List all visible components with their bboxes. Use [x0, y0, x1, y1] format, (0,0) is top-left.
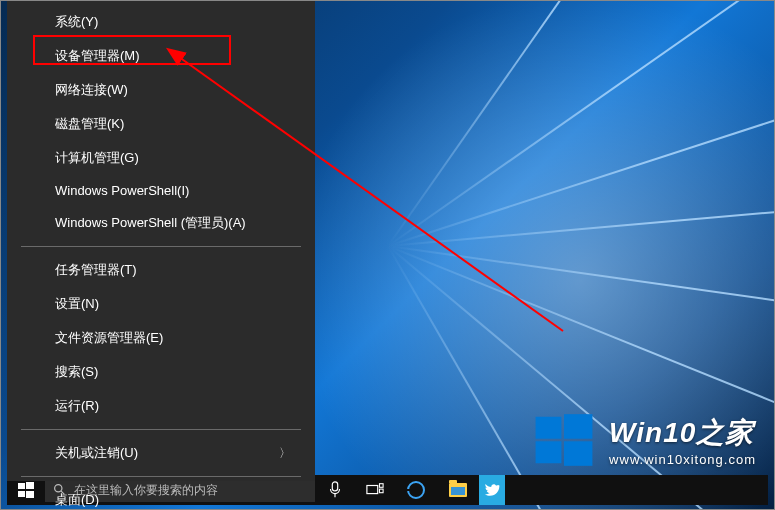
menu-separator: [21, 246, 301, 247]
watermark-url: www.win10xitong.com: [609, 452, 756, 467]
menu-label: 磁盘管理(K): [55, 115, 124, 133]
svg-rect-0: [536, 417, 562, 439]
menu-label: 设备管理器(M): [55, 47, 140, 65]
menu-item-shutdown-signout[interactable]: 关机或注销(U) 〉: [7, 436, 315, 470]
menu-item-powershell[interactable]: Windows PowerShell(I): [7, 175, 315, 206]
microphone-icon: [326, 481, 344, 499]
menu-item-task-manager[interactable]: 任务管理器(T): [7, 253, 315, 287]
menu-item-desktop[interactable]: 桌面(D): [7, 483, 315, 510]
screenshot-root: Win10之家 www.win10xitong.com 系统(Y) 设备管理器(…: [0, 0, 775, 510]
svg-rect-11: [332, 482, 337, 491]
svg-rect-13: [367, 486, 378, 494]
menu-label: 关机或注销(U): [55, 444, 138, 462]
task-view-icon: [366, 481, 384, 499]
edge-icon: [407, 481, 425, 499]
menu-label: 运行(R): [55, 397, 99, 415]
bird-icon: [484, 482, 500, 498]
taskbar-mic-button[interactable]: [315, 475, 355, 505]
svg-rect-1: [564, 414, 592, 439]
menu-item-disk-management[interactable]: 磁盘管理(K): [7, 107, 315, 141]
svg-rect-2: [536, 441, 562, 463]
menu-item-file-explorer[interactable]: 文件资源管理器(E): [7, 321, 315, 355]
chevron-right-icon: 〉: [279, 445, 291, 462]
menu-label: 设置(N): [55, 295, 99, 313]
task-view-button[interactable]: [355, 475, 395, 505]
taskbar-app-file-explorer[interactable]: [437, 475, 479, 505]
menu-label: 系统(Y): [55, 13, 98, 31]
menu-item-run[interactable]: 运行(R): [7, 389, 315, 423]
svg-rect-3: [564, 441, 592, 466]
menu-label: 网络连接(W): [55, 81, 128, 99]
win10-logo-icon: [533, 409, 595, 471]
svg-rect-14: [380, 484, 384, 488]
menu-item-search[interactable]: 搜索(S): [7, 355, 315, 389]
menu-label: 桌面(D): [55, 491, 99, 509]
menu-item-computer-management[interactable]: 计算机管理(G): [7, 141, 315, 175]
menu-item-network-connections[interactable]: 网络连接(W): [7, 73, 315, 107]
menu-item-system[interactable]: 系统(Y): [7, 5, 315, 39]
menu-item-settings[interactable]: 设置(N): [7, 287, 315, 321]
menu-label: 任务管理器(T): [55, 261, 137, 279]
menu-label: 计算机管理(G): [55, 149, 139, 167]
menu-item-device-manager[interactable]: 设备管理器(M): [7, 39, 315, 73]
menu-item-powershell-admin[interactable]: Windows PowerShell (管理员)(A): [7, 206, 315, 240]
taskbar-app-pinned[interactable]: [479, 475, 505, 505]
watermark: Win10之家 www.win10xitong.com: [533, 409, 756, 471]
menu-separator: [21, 476, 301, 477]
folder-icon: [449, 483, 467, 497]
menu-label: Windows PowerShell (管理员)(A): [55, 214, 246, 232]
taskbar-app-edge[interactable]: [395, 475, 437, 505]
svg-rect-15: [380, 489, 384, 493]
menu-label: Windows PowerShell(I): [55, 183, 189, 198]
menu-label: 文件资源管理器(E): [55, 329, 163, 347]
watermark-title: Win10之家: [609, 414, 756, 452]
winx-context-menu: 系统(Y) 设备管理器(M) 网络连接(W) 磁盘管理(K) 计算机管理(G) …: [7, 1, 315, 481]
menu-separator: [21, 429, 301, 430]
menu-label: 搜索(S): [55, 363, 98, 381]
